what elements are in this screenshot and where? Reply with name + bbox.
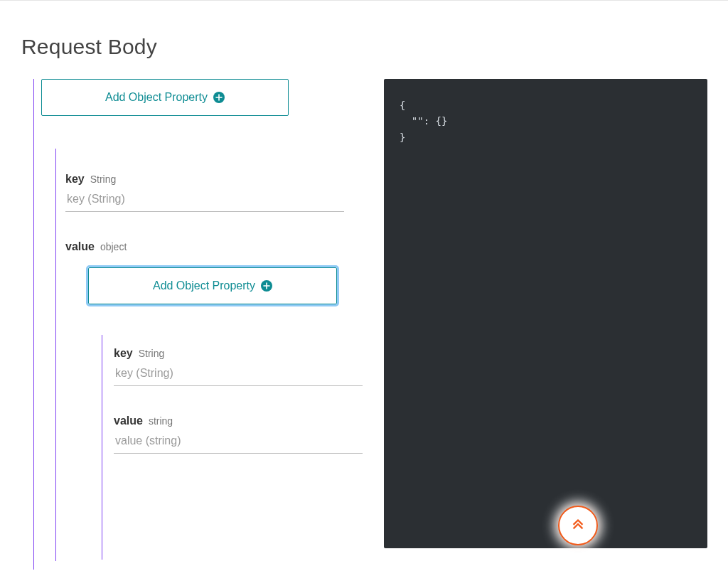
- plus-icon: [213, 92, 225, 103]
- add-object-property-label: Add Object Property: [153, 279, 255, 292]
- top-hairline: [0, 0, 728, 1]
- tree-guide-line: [55, 149, 56, 561]
- field-label: value string: [114, 415, 363, 427]
- tree-guide-line: [33, 79, 34, 570]
- add-object-property-label: Add Object Property: [105, 91, 208, 104]
- json-preview: { "": {} }: [384, 79, 707, 548]
- request-body-editor: Add Object Property key String value obj…: [21, 79, 363, 454]
- page-title: Request Body: [21, 35, 707, 59]
- add-object-property-button[interactable]: Add Object Property: [88, 267, 337, 304]
- scroll-to-top-button[interactable]: [558, 506, 598, 545]
- field-block-value-l1: value string: [114, 415, 363, 454]
- field-label: key String: [114, 347, 363, 360]
- field-name: value: [65, 240, 95, 253]
- nested-container: Add Object Property: [88, 267, 337, 304]
- field-label: value object: [65, 240, 344, 253]
- field-block-key-l1: key String: [114, 347, 363, 386]
- field-type: String: [90, 174, 117, 185]
- field-type: String: [139, 348, 165, 359]
- field-name: value: [114, 415, 143, 427]
- value-input[interactable]: [114, 430, 363, 454]
- field-name: key: [65, 173, 85, 186]
- key-input[interactable]: [65, 188, 344, 212]
- key-input[interactable]: [114, 363, 363, 386]
- tree-guide-line: [102, 335, 102, 560]
- plus-icon: [261, 280, 272, 292]
- field-label: key String: [65, 173, 344, 186]
- add-object-property-button[interactable]: Add Object Property: [41, 79, 289, 116]
- field-type: object: [100, 241, 127, 252]
- field-type: string: [149, 415, 173, 427]
- field-block-key-l0: key String: [65, 173, 344, 212]
- double-chevron-up-icon: [570, 516, 586, 535]
- field-name: key: [114, 347, 133, 360]
- field-block-value-l0: value object: [65, 240, 344, 253]
